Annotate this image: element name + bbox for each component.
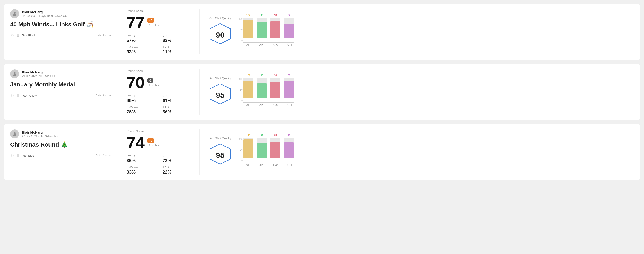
- round-title: Christmas Round 🎄: [10, 141, 111, 148]
- stat-label-up-down: Up/Down: [126, 46, 156, 49]
- bar-fill: [270, 21, 280, 38]
- big-score: 77: [126, 14, 144, 31]
- x-label: APP: [257, 43, 267, 46]
- holes-label: 18 Holes: [147, 23, 159, 27]
- y-axis-labels: 100500: [239, 78, 243, 102]
- tee-label: Tee: Blue: [22, 154, 34, 157]
- stat-gir: GIR 72%: [163, 154, 192, 163]
- hexagon-wrapper: 90: [208, 22, 232, 47]
- bar-chart: 101869699: [244, 78, 294, 103]
- y-label: 100: [239, 18, 243, 20]
- stat-value-gir: 83%: [163, 38, 192, 43]
- svg-point-10: [14, 132, 16, 134]
- bar-group-arg: 98: [270, 14, 280, 38]
- x-label: PUTT: [284, 104, 294, 106]
- bar-chart-container: 100500101869699OTTAPPARGPUTT: [239, 78, 294, 106]
- bar-group-ott: 101: [244, 74, 253, 98]
- bar-background: [244, 78, 253, 98]
- score-badge: -2: [147, 78, 153, 83]
- svg-rect-12: [17, 154, 19, 157]
- data-source: Data: Arccos: [96, 94, 111, 97]
- user-meta: 27 Dec 2021 · The Oxfordshire: [22, 135, 59, 138]
- user-row: Blair McHarg29 Jan 2022 · Mill Ride GCC: [10, 69, 111, 78]
- stat-one-putt: 1 Putt 22%: [163, 166, 192, 175]
- big-score: 70: [126, 75, 144, 91]
- stats-grid: FW Hit 36% GIR 72% Up/Down 33% 1 Putt 22…: [126, 154, 191, 175]
- bar-group-app: 86: [257, 74, 267, 98]
- shot-quality-container: Avg Shot Quality 95: [208, 137, 232, 167]
- bar-background: [244, 17, 253, 38]
- user-name: Blair McHarg: [22, 10, 67, 14]
- stat-value-one-putt: 56%: [163, 110, 192, 115]
- stat-label-gir: GIR: [163, 94, 192, 98]
- svg-point-11: [12, 155, 13, 156]
- y-label: 100: [239, 78, 243, 80]
- bar-background: [257, 138, 267, 158]
- score-badge: +5: [147, 18, 154, 22]
- svg-point-6: [12, 95, 13, 96]
- x-label: ARG: [270, 43, 280, 46]
- data-source: Data: Arccos: [96, 154, 111, 157]
- round-card: Blair McHarg12 Feb 2022 · Royal North De…: [4, 3, 640, 60]
- x-axis-labels: OTTAPPARGPUTT: [244, 104, 294, 106]
- stats-grid: FW Hit 57% GIR 83% Up/Down 33% 1 Putt 11…: [126, 34, 191, 54]
- stat-value-up-down: 78%: [126, 110, 156, 115]
- y-label: 50: [240, 149, 243, 151]
- bar-fill: [244, 139, 253, 158]
- tee-row: Tee: Blue Data: Arccos: [10, 153, 111, 158]
- stat-label-up-down: Up/Down: [126, 166, 156, 169]
- user-info: Blair McHarg27 Dec 2021 · The Oxfordshir…: [22, 130, 59, 138]
- stats-grid: FW Hit 86% GIR 61% Up/Down 78% 1 Putt 56…: [126, 94, 191, 115]
- stat-one-putt: 1 Putt 56%: [163, 106, 192, 115]
- score-row: 77+518 Holes: [126, 14, 191, 31]
- bar-value: 95: [274, 134, 277, 137]
- user-row: Blair McHarg12 Feb 2022 · Royal North De…: [10, 9, 111, 18]
- x-axis-labels: OTTAPPARGPUTT: [244, 43, 294, 46]
- stat-value-up-down: 33%: [126, 49, 156, 54]
- stat-value-fw-hit: 36%: [126, 158, 156, 163]
- user-row: Blair McHarg27 Dec 2021 · The Oxfordshir…: [10, 129, 111, 138]
- y-label: 0: [241, 159, 243, 162]
- user-name: Blair McHarg: [22, 70, 56, 74]
- stat-up-down: Up/Down 33%: [126, 46, 156, 54]
- bar-value: 95: [260, 14, 263, 16]
- stat-value-gir: 61%: [163, 98, 192, 103]
- bar-value: 107: [246, 14, 250, 16]
- tee-row: Tee: Yellow Data: Arccos: [10, 94, 111, 98]
- x-label: ARG: [270, 104, 280, 106]
- bar-background: [257, 17, 267, 38]
- avatar: [10, 9, 19, 18]
- bar-value: 110: [246, 134, 250, 137]
- bar-value: 86: [260, 74, 263, 77]
- stat-value-up-down: 33%: [126, 170, 156, 175]
- x-label: OTT: [244, 164, 253, 166]
- bar-background: [284, 17, 294, 38]
- card-middle: Round Score70-218 Holes FW Hit 86% GIR 6…: [118, 69, 200, 115]
- bar-value: 87: [260, 134, 263, 137]
- bar-value: 93: [288, 134, 290, 137]
- stat-value-gir: 72%: [163, 158, 192, 163]
- card-middle: Round Score77+518 Holes FW Hit 57% GIR 8…: [118, 9, 200, 54]
- bar-group-ott: 107: [244, 14, 253, 38]
- score-row: 70-218 Holes: [126, 75, 191, 91]
- y-axis-labels: 100500: [239, 18, 243, 42]
- stat-label-up-down: Up/Down: [126, 106, 156, 109]
- big-score: 74: [126, 135, 144, 151]
- stat-up-down: Up/Down 33%: [126, 166, 156, 175]
- x-label: APP: [257, 164, 267, 166]
- x-label: PUTT: [284, 164, 294, 166]
- round-title: 40 Mph Winds... Links Golf 🪃: [10, 21, 111, 28]
- bar-chart: 110879593: [244, 138, 294, 163]
- round-card: Blair McHarg27 Dec 2021 · The Oxfordshir…: [4, 124, 640, 180]
- stat-value-one-putt: 22%: [163, 170, 192, 175]
- y-label: 0: [241, 39, 243, 42]
- bar-background: [244, 138, 253, 158]
- hex-score: 90: [216, 31, 224, 39]
- stat-value-fw-hit: 57%: [126, 38, 156, 43]
- tee-row: Tee: Black Data: Arccos: [10, 33, 111, 37]
- user-name: Blair McHarg: [22, 130, 59, 134]
- bar-fill: [284, 142, 294, 158]
- score-detail: -218 Holes: [147, 78, 159, 87]
- shot-quality-container: Avg Shot Quality 95: [208, 77, 232, 107]
- bar-background: [257, 78, 267, 98]
